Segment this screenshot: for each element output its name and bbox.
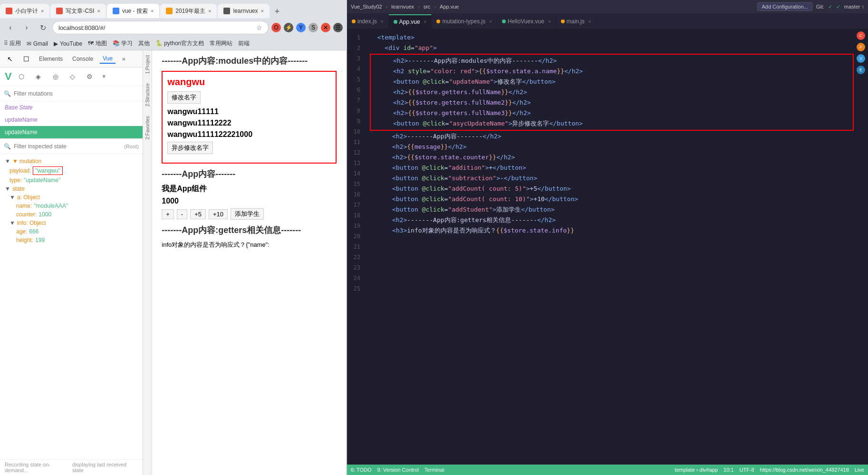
mutation-item-2[interactable]: updateName bbox=[0, 126, 143, 138]
component-tree-icon[interactable]: ⬡ bbox=[16, 71, 27, 82]
bookmark-learn[interactable]: 📚 学习 bbox=[113, 39, 133, 48]
new-tab-button[interactable]: + bbox=[270, 5, 284, 18]
filter-mutations-input[interactable] bbox=[14, 90, 139, 97]
line-num-8: 8 bbox=[347, 106, 366, 116]
tab-close-learnvuex[interactable]: × bbox=[261, 8, 264, 14]
vuex-icon[interactable]: ◈ bbox=[33, 71, 44, 82]
url-bar[interactable]: localhost:8080/#/ ☆ bbox=[52, 21, 269, 34]
ide-tab-hellovuex[interactable]: HelloVuex.vue × bbox=[497, 14, 556, 29]
bookmark-gmail[interactable]: ✉ Gmail bbox=[27, 40, 48, 47]
line-num-4: 4 bbox=[347, 64, 366, 74]
statusbar-breadcrumb: template › div#app bbox=[675, 467, 718, 473]
devtools-cursor-btn[interactable]: ↖ bbox=[4, 53, 16, 65]
bookmark-apps[interactable]: ⠿ 应用 bbox=[4, 39, 21, 48]
side-panel-structure[interactable]: 2:Structure bbox=[145, 83, 150, 107]
statusbar-tab[interactable]: 6: TODO bbox=[351, 467, 372, 473]
filter-mutations-bar: 🔍 bbox=[0, 86, 143, 101]
tab-close-vue[interactable]: × bbox=[151, 8, 154, 14]
line-num-21: 21 bbox=[347, 242, 366, 252]
webpage-title1: -------App内容:modules中的内容------- bbox=[162, 55, 337, 67]
refresh-button[interactable]: ↻ bbox=[36, 21, 49, 34]
ide-tab-mutations[interactable]: mutation-types.js × bbox=[432, 14, 497, 29]
tab-learnvuex[interactable]: learnvuex × bbox=[218, 4, 269, 18]
base-state-label: Base State bbox=[0, 101, 143, 114]
ide-topbar: Vue_Study02 › learnvuex › src › App.vue … bbox=[347, 0, 868, 13]
mutation-item-1[interactable]: updateName bbox=[0, 114, 143, 126]
async-modify-button[interactable]: 异步修改名字 bbox=[167, 142, 213, 154]
devtools-tab-elements[interactable]: Elements bbox=[36, 55, 66, 63]
devtools-tab-vue[interactable]: Vue bbox=[100, 54, 116, 64]
ide-tab-close-mainjs[interactable]: × bbox=[588, 19, 591, 24]
side-panel: 1:Project 2:Structure 2:Favorites bbox=[143, 50, 152, 475]
tab-close-2019[interactable]: × bbox=[208, 8, 211, 14]
filter-inspected-input[interactable] bbox=[14, 143, 124, 150]
code-line-25: <h3>info对象的内容是否为响应式？{{$store.state.info}… bbox=[370, 225, 854, 236]
line-num-2: 2 bbox=[347, 43, 366, 53]
tab-xiaobai[interactable]: 小白学计 × bbox=[0, 4, 49, 18]
btn-minus[interactable]: - bbox=[177, 209, 187, 219]
event-icon[interactable]: ◎ bbox=[50, 71, 61, 82]
search-inspected-icon: 🔍 bbox=[4, 143, 11, 150]
modify-name-button[interactable]: 修改名字 bbox=[167, 91, 201, 104]
statusbar-git[interactable]: 9: Version Control bbox=[377, 467, 419, 473]
ide-tab-close-hellovuex[interactable]: × bbox=[548, 19, 551, 24]
line-num-3: 3 bbox=[347, 53, 366, 64]
ide-tab-label-mutations: mutation-types.js bbox=[442, 18, 485, 25]
a-object-header: ▼ a: Object bbox=[0, 193, 143, 202]
bookmark-youtube[interactable]: ▶ YouTube bbox=[54, 40, 82, 47]
btn-add-student[interactable]: 添加学生 bbox=[231, 208, 264, 220]
ide-tab-close-indexjs[interactable]: × bbox=[381, 19, 384, 24]
bookmark-maps[interactable]: 🗺 地图 bbox=[88, 39, 106, 48]
tab-close-write[interactable]: × bbox=[97, 8, 100, 14]
a-arrow[interactable]: ▼ bbox=[10, 194, 15, 201]
ide-tab-mainjs[interactable]: main.js × bbox=[556, 14, 597, 29]
bookmark-python[interactable]: 🐍 python官方文档 bbox=[155, 39, 204, 48]
tab-write[interactable]: 写文章-CSI × bbox=[50, 4, 106, 18]
bookmark-common[interactable]: 常用网站 bbox=[210, 39, 232, 48]
btn-plus10[interactable]: +10 bbox=[209, 209, 228, 219]
statusbar-terminal[interactable]: Terminal bbox=[424, 467, 444, 473]
line-num-13: 13 bbox=[347, 158, 366, 168]
vuex-dropdown-icon[interactable]: ▼ bbox=[101, 73, 107, 80]
counter-value: 1000 bbox=[39, 211, 51, 218]
forward-button[interactable]: › bbox=[20, 21, 33, 34]
side-panel-project[interactable]: 1:Project bbox=[145, 55, 150, 74]
footer-received: displaying last received state bbox=[72, 462, 138, 473]
side-panel-favorites[interactable]: 2:Favorites bbox=[145, 116, 150, 139]
tab-label-xiaobai: 小白学计 bbox=[15, 7, 38, 15]
state-arrow[interactable]: ▼ bbox=[5, 185, 10, 192]
tab-label-learnvuex: learnvuex bbox=[233, 8, 258, 14]
bookmark-other[interactable]: 其他 bbox=[138, 39, 150, 48]
ext-icon1: ⚡ bbox=[284, 23, 293, 32]
info-arrow[interactable]: ▼ bbox=[10, 220, 15, 226]
browser-corner-icons: O ⚡ Y S ✕ ☰ bbox=[271, 23, 343, 32]
add-config-button[interactable]: Add Configuration... bbox=[757, 2, 812, 11]
ide-tab-close-mutations[interactable]: × bbox=[489, 19, 492, 24]
tab-close-xiaobai[interactable]: × bbox=[41, 8, 44, 14]
bookmark-frontend[interactable]: 前端 bbox=[238, 39, 250, 48]
tab-vue[interactable]: vue - 搜索 × bbox=[107, 4, 159, 18]
routing-icon[interactable]: ◇ bbox=[67, 71, 78, 82]
height-line: height: 199 bbox=[0, 236, 143, 244]
tab-2019[interactable]: 2019年最主 × bbox=[160, 4, 217, 18]
ide-tab-indexjs[interactable]: index.js × bbox=[347, 14, 389, 29]
ide-tab-close-appvue[interactable]: × bbox=[424, 19, 427, 25]
btn-plus5[interactable]: +5 bbox=[190, 209, 206, 219]
devtools-tab-console[interactable]: Console bbox=[69, 55, 96, 63]
bookmark-star-icon[interactable]: ☆ bbox=[256, 24, 262, 31]
devtools-inspect-btn[interactable]: ☐ bbox=[20, 53, 32, 65]
code-line-16: <h2>{{$store.state.counter}}</h2> bbox=[370, 152, 854, 163]
back-button[interactable]: ‹ bbox=[4, 21, 17, 34]
state-header: ▼ state bbox=[0, 184, 143, 193]
btn-plus[interactable]: + bbox=[162, 209, 174, 219]
code-editor-area[interactable]: <template> <div id="app"> <h2>-------App… bbox=[366, 29, 854, 465]
mutation-arrow[interactable]: ▼ bbox=[5, 158, 10, 165]
settings-devtools-icon[interactable]: ⚙ bbox=[84, 71, 96, 82]
ide-tab-label-appvue: App.vue bbox=[399, 19, 420, 25]
ide-tab-appvue[interactable]: App.vue × bbox=[389, 14, 432, 29]
devtools-tab-more[interactable]: » bbox=[119, 55, 128, 63]
code-line-22: <button @click="addStudent">添加学生</button… bbox=[370, 204, 854, 215]
payload-key: payload: bbox=[10, 167, 31, 174]
code-line-15: <h2>{{message}}</h2> bbox=[370, 142, 854, 152]
ide-file-tabs: index.js × App.vue × mutation-types.js ×… bbox=[347, 13, 868, 29]
